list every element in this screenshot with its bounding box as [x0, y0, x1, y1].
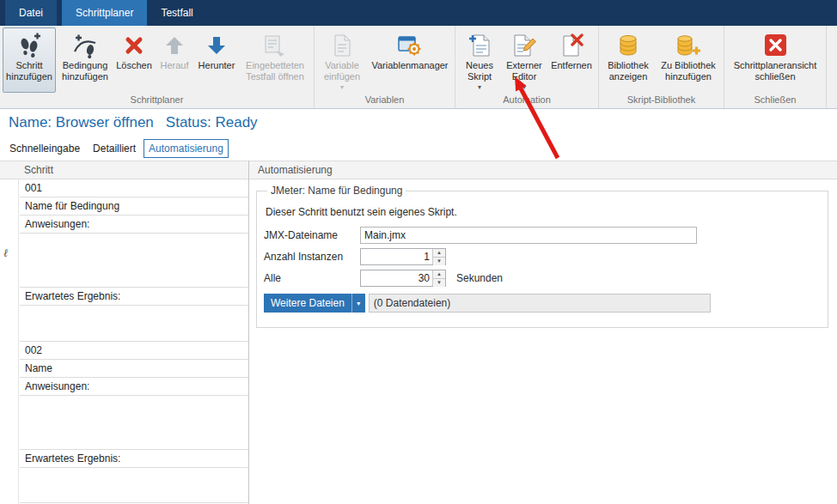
step-row-instructions-label[interactable]: Anweisungen:	[20, 216, 248, 234]
library-database-icon	[616, 31, 640, 60]
close-stepplanner-view-label: Schrittplaneransicht schließen	[729, 60, 822, 82]
jmx-filename-input[interactable]	[360, 227, 697, 244]
arrow-up-icon	[163, 31, 186, 60]
remove-script-button[interactable]: Entfernen	[547, 27, 596, 93]
chevron-down-icon: ▾	[340, 84, 344, 91]
spin-down-icon[interactable]: ▼	[433, 257, 445, 265]
spin-up-icon[interactable]: ▲	[433, 249, 445, 257]
tab-automatisierung[interactable]: Automatisierung	[144, 139, 229, 158]
more-files-button-label: Weitere Dateien	[264, 297, 351, 309]
step-row-instructions-value[interactable]	[20, 234, 248, 288]
tab-schnelleingabe[interactable]: Schnelleingabe	[4, 139, 85, 158]
add-condition-button[interactable]: Bedingung hinzufügen	[57, 27, 113, 93]
show-library-button[interactable]: Bibliothek anzeigen	[602, 27, 655, 93]
ribbon-group-automation: Neues Skript ▾ Externer Editor ▾	[455, 26, 599, 108]
more-files-button[interactable]: Weitere Dateien ▾	[264, 294, 365, 313]
group-label-schliessen: Schließen	[724, 94, 826, 108]
steps-column-header: Schritt	[0, 161, 248, 179]
open-embedded-testcase-label: Eingebetteten Testfall öffnen	[241, 60, 309, 82]
steps-rows: 001 Name für Bedingung Anweisungen: Erwa…	[20, 179, 248, 503]
new-script-label: Neues Skript	[460, 60, 499, 82]
menu-tab-testfall[interactable]: Testfall	[147, 0, 206, 26]
delete-label: Löschen	[116, 60, 152, 71]
insert-variable-label: Variable einfügen	[319, 60, 365, 82]
menu-tab-schrittplaner[interactable]: Schrittplaner	[62, 0, 147, 26]
instances-row: Anzahl Instanzen ▲ ▼	[264, 248, 819, 265]
footprints-plus-icon	[17, 31, 41, 60]
more-files-row: Weitere Dateien ▾ (0 Datendateien)	[264, 294, 819, 313]
step-row-condition-name[interactable]: Name für Bedingung	[20, 197, 248, 216]
interval-row: Alle ▲ ▼ Sekunden	[264, 270, 819, 287]
step-row-001[interactable]: 001	[20, 179, 248, 197]
condition-plus-icon	[72, 31, 98, 60]
jmx-filename-label: JMX-Dateiname	[264, 229, 360, 241]
add-to-library-label: Zu Bibliothek hinzufügen	[657, 60, 719, 82]
interval-suffix-label: Sekunden	[456, 272, 503, 284]
add-step-label: Schritt hinzufügen	[4, 60, 54, 82]
jmeter-group-title: JMeter: Name für Bedingung	[267, 185, 406, 197]
remove-script-label: Entfernen	[551, 60, 592, 71]
variable-manager-label: Variablenmanager	[371, 60, 448, 71]
insert-variable-button[interactable]: Variable einfügen ▾	[317, 27, 367, 93]
ribbon-group-skript-bibliothek: Bibliothek anzeigen Zu Bibliothek hinzuf…	[599, 26, 724, 108]
delete-x-icon	[123, 31, 145, 60]
instances-label: Anzahl Instanzen	[264, 251, 360, 263]
move-up-button[interactable]: Herauf	[155, 27, 194, 93]
group-label-skript-bibliothek: Skript-Bibliothek	[599, 94, 724, 108]
external-editor-button[interactable]: Externer Editor ▾	[502, 27, 547, 93]
instances-spin-buttons: ▲ ▼	[432, 249, 445, 264]
instances-stepper[interactable]: ▲ ▼	[360, 248, 446, 265]
step-row-name[interactable]: Name	[20, 360, 248, 378]
step-row-expected-value-2[interactable]	[20, 468, 248, 503]
move-up-label: Herauf	[160, 60, 188, 71]
remove-script-icon	[559, 31, 583, 60]
new-script-button[interactable]: Neues Skript ▾	[458, 27, 501, 93]
view-tabs: Schnelleingabe Detailliert Automatisieru…	[4, 139, 229, 158]
step-row-instructions-value-2[interactable]	[20, 396, 248, 450]
arrow-down-icon	[205, 31, 228, 60]
title-bar: Datei Schrittplaner Testfall	[0, 0, 837, 26]
library-add-icon	[675, 31, 701, 60]
jmx-filename-row: JMX-Dateiname	[264, 227, 819, 244]
step-row-002[interactable]: 002	[20, 342, 248, 360]
automation-indicator-icon: ℓ	[3, 246, 8, 260]
ribbon-group-variablen: Variable einfügen ▾ Variablenmanage	[315, 26, 455, 108]
chevron-down-icon: ▾	[522, 84, 526, 91]
tab-detailliert[interactable]: Detailliert	[88, 139, 141, 158]
external-editor-icon	[511, 31, 537, 60]
step-row-expected-label-2[interactable]: Erwartetes Ergebnis:	[20, 450, 248, 468]
add-condition-label: Bedingung hinzufügen	[58, 60, 112, 82]
delete-button[interactable]: Löschen	[114, 27, 154, 93]
instances-input[interactable]	[361, 249, 432, 264]
close-stepplanner-view-button[interactable]: Schrittplaneransicht schließen	[727, 27, 823, 93]
jmeter-group-box: JMeter: Name für Bedingung Dieser Schrit…	[256, 185, 828, 328]
close-view-icon	[762, 31, 788, 60]
interval-input[interactable]	[361, 270, 432, 286]
ribbon-group-schrittplaner: Schritt hinzufügen Bedingung hinzufügen	[0, 26, 315, 108]
document-header: Name: Browser öffnen Status: Ready	[9, 114, 258, 131]
step-row-expected-value[interactable]	[20, 306, 248, 342]
new-script-icon	[467, 31, 492, 60]
spin-up-icon[interactable]: ▲	[433, 270, 445, 278]
step-row-expected-label[interactable]: Erwartetes Ergebnis:	[20, 288, 248, 306]
ribbon: Schritt hinzufügen Bedingung hinzufügen	[0, 26, 837, 109]
step-status-text: Status: Ready	[166, 114, 258, 131]
group-label-schrittplaner: Schrittplaner	[0, 94, 314, 108]
automation-panel-header: Automatisierung	[249, 161, 837, 179]
steps-body: ℓ 001 Name für Bedingung Anweisungen: Er…	[0, 179, 248, 504]
variable-manager-icon	[397, 31, 423, 60]
open-embedded-testcase-button[interactable]: Eingebetteten Testfall öffnen	[239, 27, 311, 93]
ribbon-group-schliessen: Schrittplaneransicht schließen Schließen	[724, 26, 827, 108]
menu-tab-datei[interactable]: Datei	[5, 0, 57, 26]
move-down-label: Herunter	[199, 60, 235, 71]
spin-down-icon[interactable]: ▼	[433, 278, 445, 287]
move-down-button[interactable]: Herunter	[195, 27, 238, 93]
external-editor-label: Externer Editor	[504, 60, 545, 82]
variable-manager-button[interactable]: Variablenmanager	[368, 27, 452, 93]
step-row-instructions-label-2[interactable]: Anweisungen:	[20, 378, 248, 396]
row-gutter: ℓ	[0, 179, 19, 504]
group-label-automation: Automation	[455, 94, 598, 108]
add-step-button[interactable]: Schritt hinzufügen	[3, 27, 56, 93]
interval-stepper[interactable]: ▲ ▼	[360, 270, 446, 287]
add-to-library-button[interactable]: Zu Bibliothek hinzufügen	[656, 27, 721, 93]
